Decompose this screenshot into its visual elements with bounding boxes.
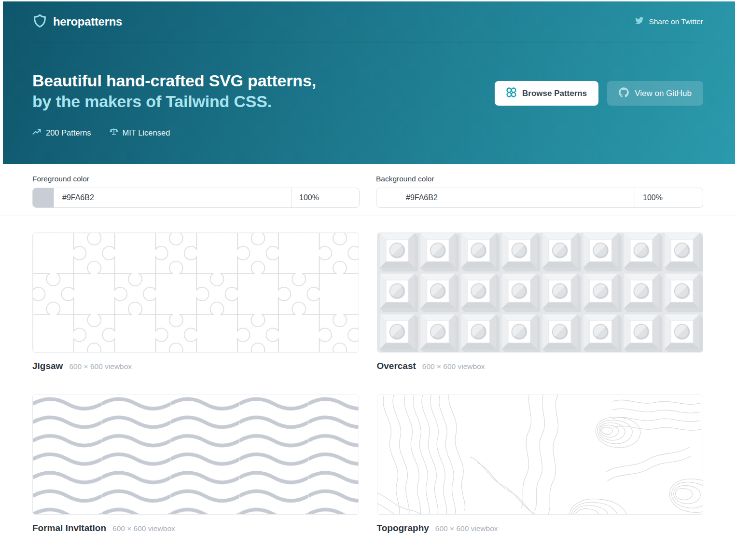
topography-pattern-preview[interactable]	[377, 395, 704, 515]
pattern-name: Formal Invitation	[32, 523, 106, 533]
trending-up-icon	[32, 128, 42, 137]
headline-line2: by the makers of Tailwind CSS.	[32, 91, 316, 112]
background-color-label: Background color	[376, 175, 703, 183]
header: heropatterns Share on Twitter Beautiful …	[3, 1, 735, 164]
twitter-icon	[635, 17, 644, 27]
pattern-caption: Formal Invitation 600 × 600 viewbox	[32, 523, 359, 533]
pattern-cell-formal-invitation: Formal Invitation 600 × 600 viewbox	[32, 395, 359, 533]
stat-patterns-count: 200 Patterns	[32, 128, 91, 137]
background-opacity-input[interactable]	[635, 188, 703, 207]
foreground-color-control: Foreground color	[32, 175, 360, 208]
pattern-cell-topography: Topography 600 × 600 viewbox	[377, 395, 704, 533]
pattern-cell-jigsaw: Jigsaw 600 × 600 viewbox	[32, 232, 359, 371]
share-label: Share on Twitter	[649, 17, 703, 26]
foreground-color-label: Foreground color	[32, 175, 360, 183]
headline-line1: Beautiful hand-crafted SVG patterns,	[32, 70, 316, 91]
scales-icon	[110, 127, 118, 138]
pattern-viewbox: 600 × 600 viewbox	[435, 524, 498, 533]
background-hex-input[interactable]	[397, 188, 635, 207]
background-color-swatch[interactable]	[376, 188, 397, 207]
pattern-icon	[506, 87, 516, 100]
pattern-name: Overcast	[377, 361, 416, 371]
pattern-name: Jigsaw	[32, 361, 63, 371]
stat-license: MIT Licensed	[110, 127, 170, 138]
stat-label: MIT Licensed	[123, 128, 170, 137]
logo-text: heropatterns	[53, 15, 122, 28]
pattern-caption: Overcast 600 × 600 viewbox	[377, 361, 704, 371]
color-controls: Foreground color Background color	[0, 164, 736, 208]
background-color-control: Background color	[376, 175, 703, 208]
logo[interactable]: heropatterns	[32, 14, 122, 30]
pattern-grid: Jigsaw 600 × 600 viewbox	[0, 216, 736, 557]
browse-patterns-button[interactable]: Browse Patterns	[495, 81, 598, 106]
github-icon	[619, 87, 629, 100]
hero-section: Beautiful hand-crafted SVG patterns, by …	[32, 42, 703, 138]
overcast-pattern-preview[interactable]	[377, 232, 704, 353]
view-on-github-label: View on GitHub	[635, 89, 692, 98]
pattern-viewbox: 600 × 600 viewbox	[422, 362, 485, 371]
page-title: Beautiful hand-crafted SVG patterns, by …	[32, 70, 316, 112]
foreground-opacity-input[interactable]	[291, 188, 359, 207]
stats-row: 200 Patterns MIT Licensed	[32, 127, 316, 138]
pattern-caption: Jigsaw 600 × 600 viewbox	[32, 361, 359, 371]
formal-invitation-pattern-preview[interactable]	[32, 395, 359, 515]
pattern-caption: Topography 600 × 600 viewbox	[377, 523, 704, 533]
foreground-hex-input[interactable]	[54, 188, 291, 207]
foreground-input-group	[32, 188, 360, 208]
hero-left: Beautiful hand-crafted SVG patterns, by …	[32, 70, 316, 138]
pattern-viewbox: 600 × 600 viewbox	[112, 524, 175, 533]
browse-patterns-label: Browse Patterns	[522, 89, 587, 98]
view-on-github-button[interactable]: View on GitHub	[607, 81, 703, 106]
pattern-cell-overcast: Overcast 600 × 600 viewbox	[377, 232, 704, 371]
foreground-color-swatch[interactable]	[33, 188, 54, 207]
shield-icon	[32, 14, 47, 30]
stat-label: 200 Patterns	[46, 128, 91, 137]
background-input-group	[376, 188, 703, 208]
nav-bar: heropatterns Share on Twitter	[32, 1, 703, 42]
pattern-viewbox: 600 × 600 viewbox	[69, 362, 132, 371]
share-on-twitter-link[interactable]: Share on Twitter	[635, 17, 703, 27]
hero-buttons: Browse Patterns View on GitHub	[495, 81, 703, 106]
pattern-name: Topography	[377, 523, 429, 533]
jigsaw-pattern-preview[interactable]	[32, 232, 359, 353]
